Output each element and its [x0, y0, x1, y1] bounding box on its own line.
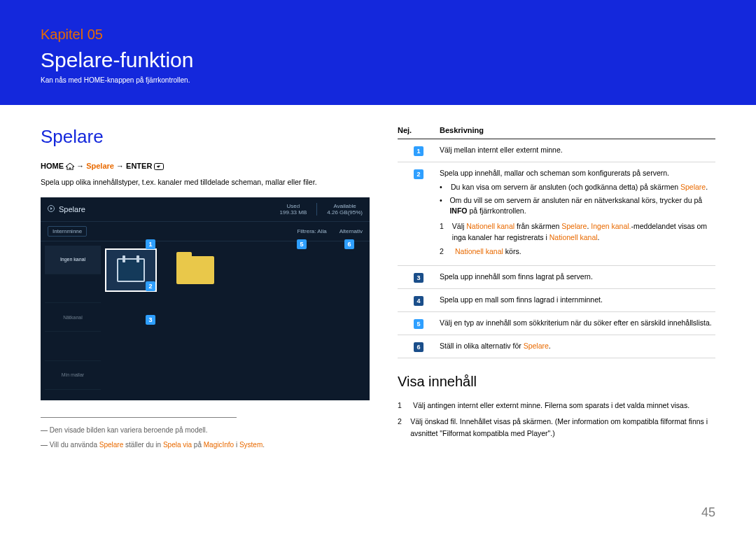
breadcrumb: HOME → Spelare → ENTER [41, 162, 370, 171]
home-icon [66, 163, 74, 171]
lead-text: Spela upp olika innehållstyper, t.ex. ka… [41, 177, 370, 188]
list-num: 1 [398, 400, 406, 412]
chapter-banner: Kapitel 05 Spelare-funktion Kan nås med … [0, 0, 756, 105]
dash-icon: ― [41, 426, 48, 434]
list-num: 2 [398, 416, 403, 440]
row-desc: Spela upp innehåll, mallar och scheman s… [440, 168, 715, 260]
row6-pre: Ställ in olika alternativ för [440, 342, 524, 350]
arrow-icon: → [116, 162, 124, 170]
bullet-text: Om du vill se om servern är ansluten när… [449, 196, 702, 204]
footnote-part: i [234, 441, 239, 449]
table-row: 6 Ställ in olika alternativ för Spelare. [398, 335, 715, 358]
internminne-label: Internminne [48, 226, 87, 237]
sidebar-item-natkanal: Nätkanal [45, 303, 101, 332]
footnote-1: ― Den visade bilden kan variera beroende… [41, 425, 370, 435]
step-accent: Nationell kanal [550, 233, 598, 241]
step-text: körs. [503, 247, 522, 255]
row-badge-4: 4 [414, 296, 424, 306]
bullet-text: på fjärrkontrollen. [468, 206, 526, 215]
header-nej: Nej. [398, 126, 440, 134]
row2-lead: Spela upp innehåll, mallar och scheman s… [440, 168, 715, 179]
row6-post: . [549, 342, 551, 350]
row-desc: Välj en typ av innehåll som sökkriterium… [440, 318, 715, 329]
footnote-accent: MagicInfo [204, 441, 234, 449]
footnote-part: . [262, 441, 265, 449]
play-icon [48, 205, 55, 213]
table-row: 2 Spela upp innehåll, mallar och scheman… [398, 162, 715, 266]
step-accent: Nationell kanal [466, 222, 514, 230]
calendar-icon [117, 258, 145, 282]
step-text: från skärmen [514, 222, 561, 230]
sidebar-item-ingen-kanal: Ingen kanal [45, 246, 101, 274]
dash-icon: ― [41, 441, 48, 449]
footnote-accent: Spelare [99, 441, 123, 449]
chapter-subtitle: Kan nås med HOME-knappen på fjärrkontrol… [41, 76, 756, 84]
row-desc: Välj mellan internt eller externt minne. [440, 145, 715, 156]
callout-badge-2: 2 [146, 281, 155, 291]
player-screenshot: Spelare Used199.33 MB Available4.26 GB(9… [41, 197, 370, 400]
filter-label: Filtrera: Alla [297, 228, 326, 234]
sidebar-item [45, 274, 101, 303]
table-row: 4 Spela upp en mall som finns lagrad i i… [398, 289, 715, 312]
table-row: 5 Välj en typ av innehåll som sökkriteri… [398, 312, 715, 335]
avail-label: Available [327, 203, 363, 209]
row-badge-2: 2 [414, 169, 424, 179]
row-desc: Spela upp en mall som finns lagrad i int… [440, 295, 715, 306]
row-badge-6: 6 [414, 342, 424, 352]
footnote-accent: Spela via [163, 441, 192, 449]
row-desc: Spela upp innehåll som finns lagrat på s… [440, 272, 715, 283]
footnote-rule [41, 417, 237, 418]
options-label: Alternativ [340, 228, 363, 234]
bullet-accent: Spelare [680, 183, 706, 191]
table-row: 1 Välj mellan internt eller externt minn… [398, 139, 715, 162]
step-accent: Nationell kanal [455, 247, 503, 255]
tile-folder [169, 248, 221, 292]
subheading: Visa innehåll [398, 374, 715, 390]
breadcrumb-enter: ENTER [126, 162, 152, 170]
breadcrumb-spelare: Spelare [86, 162, 114, 170]
screenshot-title: Spelare [59, 205, 85, 213]
page-number: 45 [701, 505, 715, 520]
section-title: Spelare [41, 126, 370, 148]
list-text: Välj önskad fil. Innehållet visas på skä… [410, 416, 715, 440]
bullet-bold: INFO [449, 206, 467, 215]
callout-badge-5: 5 [297, 239, 307, 249]
bullet-icon: • [440, 195, 444, 218]
table-row: 3 Spela upp innehåll som finns lagrat på… [398, 266, 715, 289]
list-text: Välj antingen internt eller externt minn… [413, 400, 690, 412]
row-desc: Ställ in olika alternativ för Spelare. [440, 341, 715, 352]
step-accent: Ingen kanal. [591, 222, 631, 230]
footnote-part: Vill du använda [50, 441, 99, 449]
row6-accent: Spelare [524, 342, 549, 350]
chapter-title: Spelare-funktion [41, 48, 756, 72]
table-header: Nej. Beskrivning [398, 126, 715, 139]
footnote-accent: System [239, 441, 262, 449]
footnote-part: ställer du in [123, 441, 163, 449]
enter-icon [154, 163, 164, 171]
step-num: 1 [440, 221, 445, 244]
folder-icon [176, 256, 214, 284]
numbered-list: 1Välj antingen internt eller externt min… [398, 400, 715, 439]
step-num: 2 [440, 246, 448, 258]
row-badge-3: 3 [414, 273, 424, 283]
arrow-icon: → [76, 162, 84, 170]
used-value: 199.33 MB [280, 209, 307, 216]
used-label: Used [280, 203, 307, 209]
step-accent: Spelare [561, 222, 587, 230]
row-badge-5: 5 [414, 319, 424, 329]
bullet-text: Du kan visa om servern är ansluten (och … [451, 183, 680, 191]
avail-value: 4.26 GB(95%) [327, 209, 363, 216]
callout-badge-6: 6 [344, 239, 354, 249]
breadcrumb-home: HOME [41, 162, 64, 170]
footnote-text: Den visade bilden kan variera beroende p… [50, 426, 208, 434]
sidebar-item [45, 332, 101, 360]
callout-badge-1: 1 [146, 239, 155, 249]
bullet-text: . [706, 183, 708, 191]
header-beskrivning: Beskrivning [440, 126, 484, 134]
bullet-icon: • [440, 182, 445, 193]
footnote-2: ― Vill du använda Spelare ställer du in … [41, 440, 370, 450]
footnote-part: på [192, 441, 204, 449]
callout-badge-3: 3 [146, 315, 155, 325]
row-badge-1: 1 [414, 146, 424, 156]
sidebar-item-mallar: Min mallar [45, 361, 101, 390]
